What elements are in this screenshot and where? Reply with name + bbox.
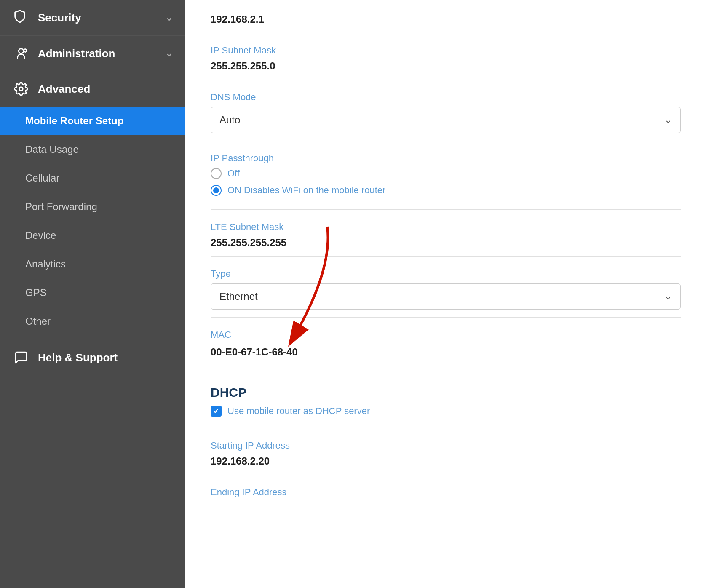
main-content: 192.168.2.1 IP Subnet Mask 255.255.255.0… bbox=[185, 0, 706, 588]
sidebar-subitem-analytics-label: Analytics bbox=[25, 258, 66, 270]
dns-mode-label: DNS Mode bbox=[211, 92, 681, 103]
mac-section: MAC 00-E0-67-1C-68-40 bbox=[211, 318, 681, 366]
ending-ip-label: Ending IP Address bbox=[211, 487, 681, 498]
dhcp-checkbox-icon bbox=[211, 406, 222, 417]
sidebar-subitem-mobile-router-setup[interactable]: Mobile Router Setup bbox=[0, 107, 185, 135]
chevron-right-icon: ⌄ bbox=[165, 12, 173, 23]
sidebar-subitem-cellular[interactable]: Cellular bbox=[0, 164, 185, 192]
sidebar-subitem-device[interactable]: Device bbox=[0, 221, 185, 250]
lte-subnet-mask-label: LTE Subnet Mask bbox=[211, 222, 681, 233]
radio-off-circle bbox=[211, 168, 222, 179]
sidebar-subitem-analytics[interactable]: Analytics bbox=[0, 250, 185, 278]
lte-subnet-mask-value: 255.255.255.255 bbox=[211, 237, 681, 249]
sidebar-item-security-label: Security bbox=[38, 11, 81, 24]
type-dropdown[interactable]: Ethernet ⌄ bbox=[211, 283, 681, 310]
sidebar-subitem-device-label: Device bbox=[25, 230, 56, 241]
dns-mode-chevron-icon: ⌄ bbox=[664, 115, 672, 126]
starting-ip-label: Starting IP Address bbox=[211, 440, 681, 451]
chevron-down-icon: ⌄ bbox=[165, 48, 173, 59]
sidebar-subitem-port-forwarding[interactable]: Port Forwarding bbox=[0, 192, 185, 221]
dns-mode-value: Auto bbox=[219, 114, 240, 126]
gear-icon bbox=[13, 80, 29, 97]
sidebar-item-help-support[interactable]: Help & Support bbox=[0, 340, 185, 375]
ip-passthrough-radio-group: Off ON Disables WiFi on the mobile route… bbox=[211, 168, 681, 196]
type-chevron-icon: ⌄ bbox=[664, 291, 672, 302]
mac-label: MAC bbox=[211, 329, 681, 340]
shield-icon bbox=[13, 9, 29, 26]
type-label: Type bbox=[211, 268, 681, 279]
dns-mode-section: DNS Mode Auto ⌄ bbox=[211, 80, 681, 141]
ip-passthrough-off-radio[interactable]: Off bbox=[211, 168, 681, 179]
ip-address-section: 192.168.2.1 bbox=[211, 0, 681, 33]
ip-passthrough-label: IP Passthrough bbox=[211, 153, 681, 164]
dhcp-heading: DHCP bbox=[211, 385, 681, 400]
ip-passthrough-section: IP Passthrough Off ON Disables WiFi on t… bbox=[211, 141, 681, 210]
ip-passthrough-on-radio[interactable]: ON Disables WiFi on the mobile router bbox=[211, 185, 681, 196]
dhcp-checkbox-item[interactable]: Use mobile router as DHCP server bbox=[211, 406, 681, 417]
sidebar-item-advanced-label: Advanced bbox=[38, 83, 90, 96]
svg-point-2 bbox=[19, 87, 23, 91]
lte-subnet-mask-section: LTE Subnet Mask 255.255.255.255 bbox=[211, 210, 681, 257]
type-value: Ethernet bbox=[219, 291, 258, 302]
type-section: Type Ethernet ⌄ bbox=[211, 257, 681, 318]
sidebar-subitem-cellular-label: Cellular bbox=[25, 172, 59, 184]
sidebar-subitem-gps-label: GPS bbox=[25, 287, 47, 299]
ip-subnet-mask-section: IP Subnet Mask 255.255.255.0 bbox=[211, 33, 681, 80]
person-gear-icon bbox=[13, 45, 29, 62]
starting-ip-value: 192.168.2.20 bbox=[211, 455, 681, 467]
radio-on-label: ON Disables WiFi on the mobile router bbox=[227, 185, 385, 196]
message-square-icon bbox=[13, 349, 29, 366]
radio-on-circle bbox=[211, 185, 222, 196]
sidebar-item-advanced[interactable]: Advanced bbox=[0, 71, 185, 107]
sidebar-item-administration-label: Administration bbox=[38, 47, 115, 60]
dhcp-section: DHCP Use mobile router as DHCP server bbox=[211, 366, 681, 428]
sidebar-item-security[interactable]: Security ⌄ bbox=[0, 0, 185, 36]
dns-mode-dropdown[interactable]: Auto ⌄ bbox=[211, 107, 681, 133]
radio-off-label: Off bbox=[227, 168, 240, 179]
ip-subnet-mask-value: 255.255.255.0 bbox=[211, 60, 681, 72]
ip-subnet-mask-label: IP Subnet Mask bbox=[211, 45, 681, 56]
ip-address-value: 192.168.2.1 bbox=[211, 13, 681, 25]
sidebar-subitem-gps[interactable]: GPS bbox=[0, 278, 185, 307]
sidebar-subitem-port-forwarding-label: Port Forwarding bbox=[25, 201, 97, 213]
ending-ip-section: Ending IP Address bbox=[211, 475, 681, 510]
starting-ip-section: Starting IP Address 192.168.2.20 bbox=[211, 428, 681, 475]
sidebar: Security ⌄ Administration ⌄ Advanced Mob… bbox=[0, 0, 185, 588]
sidebar-subitem-mobile-router-setup-label: Mobile Router Setup bbox=[25, 115, 123, 127]
sidebar-item-administration[interactable]: Administration ⌄ bbox=[0, 36, 185, 71]
dhcp-checkbox-label: Use mobile router as DHCP server bbox=[227, 406, 370, 417]
sidebar-item-help-support-label: Help & Support bbox=[38, 351, 118, 364]
sidebar-subitem-other[interactable]: Other bbox=[0, 307, 185, 336]
sidebar-subitem-data-usage-label: Data Usage bbox=[25, 144, 79, 155]
svg-point-0 bbox=[19, 49, 23, 53]
sidebar-subitem-other-label: Other bbox=[25, 315, 51, 327]
mac-value: 00-E0-67-1C-68-40 bbox=[211, 346, 298, 358]
sidebar-subitem-data-usage[interactable]: Data Usage bbox=[0, 135, 185, 164]
